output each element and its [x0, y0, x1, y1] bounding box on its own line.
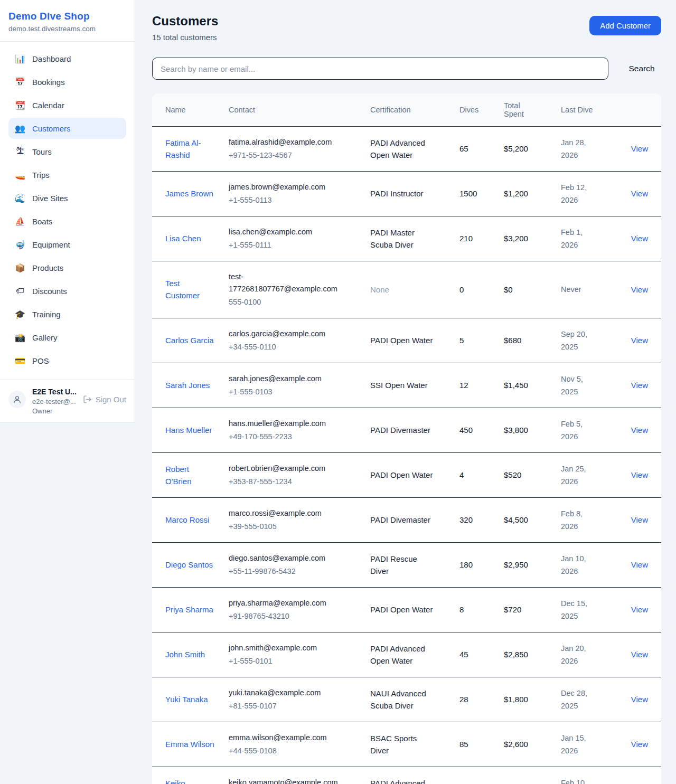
sidebar-item-boats[interactable]: ⛵Boats: [8, 211, 126, 232]
search-button[interactable]: Search: [608, 59, 661, 79]
certification: PADI Open Water: [370, 470, 433, 479]
view-customer-link[interactable]: View: [631, 470, 648, 479]
sidebar-item-dashboard[interactable]: 📊Dashboard: [8, 48, 126, 69]
dives-count: 5: [459, 336, 464, 345]
sidebar-item-discounts[interactable]: 🏷Discounts: [8, 280, 126, 301]
customer-email: test-1772681807767@example.com: [229, 271, 344, 295]
customer-phone: +81-555-0107: [229, 700, 344, 712]
customer-name-link[interactable]: Hans Mueller: [165, 426, 212, 434]
sidebar-item-label: Customers: [32, 124, 71, 133]
sidebar-item-label: Dashboard: [32, 54, 71, 63]
customer-name-link[interactable]: Marco Rossi: [165, 515, 209, 524]
view-customer-link[interactable]: View: [631, 189, 648, 198]
table-row: Hans Muellerhans.mueller@example.com+49-…: [152, 408, 661, 452]
customer-name-link[interactable]: Robert O'Brien: [165, 465, 192, 486]
sidebar-item-equipment[interactable]: 🤿Equipment: [8, 234, 126, 255]
logout-icon: [83, 395, 92, 404]
sign-out-button[interactable]: Sign Out: [83, 395, 126, 404]
customer-email: john.smith@example.com: [229, 642, 344, 654]
view-customer-link[interactable]: View: [631, 560, 648, 569]
sidebar-item-bookings[interactable]: 📅Bookings: [8, 71, 126, 92]
sidebar-item-customers[interactable]: 👥Customers: [8, 118, 126, 139]
dives-count: 4: [459, 470, 464, 479]
customer-name-link[interactable]: Priya Sharma: [165, 605, 213, 614]
sidebar-item-trips[interactable]: 🚤Trips: [8, 164, 126, 185]
dives-count: 8: [459, 605, 464, 614]
total-spent: $680: [504, 336, 521, 345]
sidebar-item-label: Gallery: [32, 333, 58, 342]
view-customer-link[interactable]: View: [631, 695, 648, 704]
view-customer-link[interactable]: View: [631, 426, 648, 434]
tear-off-calendar-icon: 📆: [15, 100, 25, 110]
sidebar-item-label: Boats: [32, 217, 52, 226]
customer-name-link[interactable]: Carlos Garcia: [165, 336, 214, 345]
total-spent: $3,200: [504, 234, 528, 243]
sidebar-item-label: Calendar: [32, 101, 64, 110]
customer-email: marco.rossi@example.com: [229, 507, 344, 519]
view-customer-link[interactable]: View: [631, 650, 648, 659]
sidebar-item-dive-sites[interactable]: 🌊Dive Sites: [8, 187, 126, 209]
view-customer-link[interactable]: View: [631, 515, 648, 524]
certification: PADI Advanced Open Water: [370, 138, 425, 159]
person-icon: [13, 395, 22, 404]
graduation-cap-icon: 🎓: [15, 309, 25, 319]
total-spent: $1,450: [504, 381, 528, 390]
last-dive-date: Feb 5, 2026: [561, 420, 583, 441]
view-customer-link[interactable]: View: [631, 381, 648, 390]
view-customer-link[interactable]: View: [631, 336, 648, 345]
table-row: Marco Rossimarco.rossi@example.com+39-55…: [152, 497, 661, 542]
customer-name-link[interactable]: Emma Wilson: [165, 740, 214, 749]
dives-count: 320: [459, 515, 473, 524]
total-customers-count: 15 total customers: [152, 33, 218, 42]
dives-count: 450: [459, 426, 473, 434]
last-dive-date: Feb 10, 2026: [561, 779, 587, 784]
view-customer-link[interactable]: View: [631, 285, 648, 294]
add-customer-button[interactable]: Add Customer: [589, 16, 661, 35]
sidebar-item-products[interactable]: 📦Products: [8, 257, 126, 278]
view-customer-link[interactable]: View: [631, 605, 648, 614]
table-row: Sarah Jonessarah.jones@example.com+1-555…: [152, 363, 661, 408]
dives-count: 12: [459, 381, 468, 390]
customer-name-link[interactable]: Fatima Al-Rashid: [165, 138, 201, 159]
customer-name-link[interactable]: Yuki Tanaka: [165, 695, 208, 704]
customer-email: lisa.chen@example.com: [229, 226, 344, 238]
sidebar-item-calendar[interactable]: 📆Calendar: [8, 95, 126, 116]
bar-chart-icon: 📊: [15, 54, 25, 64]
last-dive-date: Nov 5, 2025: [561, 375, 583, 396]
sidebar-item-training[interactable]: 🎓Training: [8, 304, 126, 325]
certification: PADI Advanced Open Water: [370, 779, 425, 784]
page-title: Customers: [152, 14, 218, 29]
table-row: Carlos Garciacarlos.garcia@example.com+3…: [152, 318, 661, 363]
certification: PADI Master Scuba Diver: [370, 228, 415, 249]
certification: NAUI Advanced Scuba Diver: [370, 689, 426, 710]
package-icon: 📦: [15, 263, 25, 273]
avatar: [8, 391, 26, 408]
column-header-contact: Contact: [229, 93, 370, 126]
customer-name-link[interactable]: Keiko Yamamoto: [165, 779, 203, 784]
total-spent: $2,950: [504, 560, 528, 569]
customer-name-link[interactable]: John Smith: [165, 650, 205, 659]
customers-table-card: NameContactCertificationDivesTotal Spent…: [152, 93, 661, 784]
customer-phone: +39-555-0105: [229, 521, 344, 533]
last-dive-date: Never: [561, 285, 581, 294]
view-customer-link[interactable]: View: [631, 144, 648, 153]
total-spent: $3,800: [504, 426, 528, 434]
customer-phone: 555-0100: [229, 296, 344, 308]
view-customer-link[interactable]: View: [631, 234, 648, 243]
customer-name-link[interactable]: Test Customer: [165, 279, 200, 300]
customer-name-link[interactable]: James Brown: [165, 189, 213, 198]
last-dive-date: Jan 10, 2026: [561, 554, 586, 575]
main-content: Customers 15 total customers Add Custome…: [135, 0, 676, 784]
sidebar-item-tours[interactable]: 🏝Tours: [8, 141, 126, 162]
search-input[interactable]: [152, 58, 608, 80]
sidebar-item-gallery[interactable]: 📸Gallery: [8, 327, 126, 348]
total-spent: $2,850: [504, 650, 528, 659]
customer-name-link[interactable]: Lisa Chen: [165, 234, 201, 243]
certification: PADI Advanced Open Water: [370, 644, 425, 665]
table-row: Keiko Yamamotokeiko.yamamoto@example.com…: [152, 767, 661, 784]
customer-name-link[interactable]: Sarah Jones: [165, 381, 210, 390]
table-row: Yuki Tanakayuki.tanaka@example.com+81-55…: [152, 677, 661, 722]
sidebar-item-pos[interactable]: 💳POS: [8, 350, 126, 371]
customer-name-link[interactable]: Diego Santos: [165, 560, 213, 569]
view-customer-link[interactable]: View: [631, 740, 648, 749]
